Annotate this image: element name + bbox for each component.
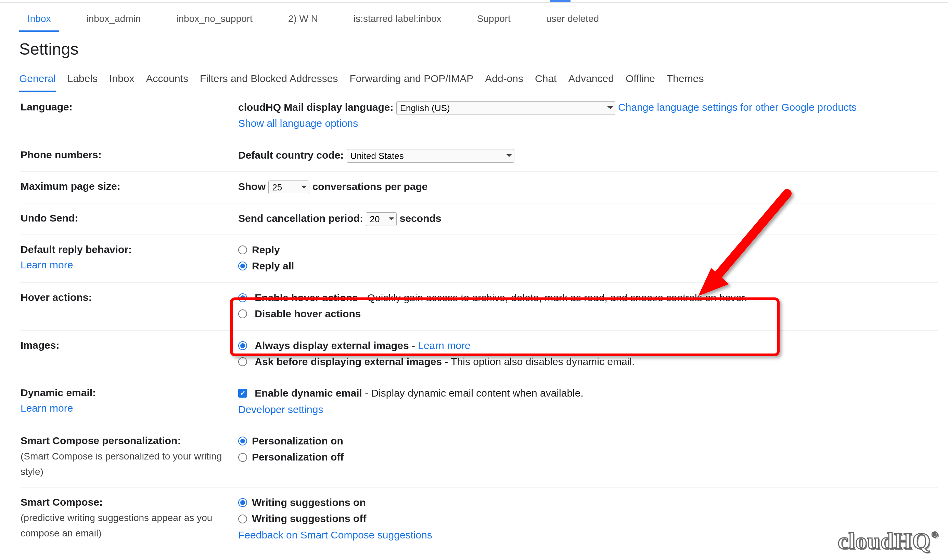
smart-compose-feedback-link[interactable]: Feedback on Smart Compose suggestions — [238, 529, 432, 540]
settings-tabs: General Labels Inbox Accounts Filters an… — [0, 69, 948, 92]
row-phone: Phone numbers: Default country code: Uni… — [20, 140, 938, 172]
tab-general[interactable]: General — [19, 69, 56, 92]
checkbox-enable-dynamic[interactable]: ✓ — [238, 389, 247, 398]
window-top-line — [0, 0, 948, 3]
label-undo-send: Undo Send: — [20, 210, 238, 226]
row-dynamic-email: Dynamic email: Learn more ✓ Enable dynam… — [20, 378, 938, 426]
page-size-post: conversations per page — [312, 181, 428, 192]
dynamic-desc: - Display dynamic email content when ava… — [362, 387, 584, 398]
tab-themes[interactable]: Themes — [667, 69, 704, 92]
row-smart-compose: Smart Compose: (predictive writing sugge… — [20, 488, 938, 551]
radio-disable-hover-label: Disable hover actions — [255, 308, 361, 319]
label-dynamic-email: Dynamic email: — [20, 387, 96, 398]
radio-reply-label: Reply — [252, 244, 280, 255]
radio-personalization-off-label: Personalization off — [252, 451, 344, 463]
page-size-pre: Show — [238, 181, 266, 192]
label-page-size: Maximum page size: — [20, 178, 238, 195]
language-prompt: cloudHQ Mail display language: — [238, 102, 393, 113]
inbox-tabs: Inbox inbox_admin inbox_no_support 2) W … — [0, 3, 948, 32]
radio-reply-all[interactable] — [238, 262, 247, 271]
inbox-tab-starred[interactable]: is:starred label:inbox — [345, 5, 450, 32]
row-smart-personalization: Smart Compose personalization: (Smart Co… — [20, 426, 938, 488]
inbox-tab-user-deleted[interactable]: user deleted — [538, 5, 607, 32]
label-language: Language: — [20, 99, 238, 132]
row-hover-actions: Hover actions: Enable hover actions - Qu… — [20, 283, 938, 331]
inbox-tab-inbox-admin[interactable]: inbox_admin — [79, 5, 149, 32]
label-smart-compose-sub: (predictive writing suggestions appear a… — [20, 512, 212, 538]
images-ask-desc: - This option also disables dynamic emai… — [442, 356, 635, 367]
radio-images-always[interactable] — [238, 341, 247, 350]
row-images: Images: Always display external images -… — [20, 331, 938, 378]
row-default-reply: Default reply behavior: Learn more Reply… — [20, 235, 938, 283]
tab-filters[interactable]: Filters and Blocked Addresses — [200, 69, 338, 92]
label-phone: Phone numbers: — [20, 147, 238, 163]
inbox-tab-inbox[interactable]: Inbox — [19, 5, 59, 32]
row-language: Language: cloudHQ Mail display language:… — [20, 92, 938, 140]
tab-offline[interactable]: Offline — [625, 69, 655, 92]
inbox-tab-support[interactable]: Support — [469, 5, 519, 32]
label-smart-personalization-sub: (Smart Compose is personalized to your w… — [20, 451, 222, 477]
label-hover-actions: Hover actions: — [20, 289, 238, 322]
enable-hover-desc: - Quickly gain access to archive, delete… — [358, 292, 747, 303]
label-smart-compose: Smart Compose: — [20, 496, 103, 508]
radio-images-ask-label: Ask before displaying external images — [255, 356, 442, 367]
inbox-tab-inbox-no-support[interactable]: inbox_no_support — [168, 5, 261, 32]
radio-images-ask[interactable] — [238, 357, 247, 366]
label-smart-personalization: Smart Compose personalization: — [20, 435, 181, 446]
undo-prompt: Send cancellation period: — [238, 213, 363, 224]
label-default-reply: Default reply behavior: — [20, 244, 132, 255]
radio-personalization-on[interactable] — [238, 437, 247, 445]
undo-post: seconds — [400, 213, 442, 224]
inbox-tab-2wn[interactable]: 2) W N — [280, 5, 326, 32]
tab-forwarding[interactable]: Forwarding and POP/IMAP — [349, 69, 473, 92]
dynamic-learn-more-link[interactable]: Learn more — [20, 402, 73, 414]
radio-suggestions-on-label: Writing suggestions on — [252, 497, 366, 508]
radio-suggestions-off-label: Writing suggestions off — [252, 513, 366, 524]
radio-suggestions-off[interactable] — [238, 515, 247, 523]
tab-accounts[interactable]: Accounts — [146, 69, 188, 92]
radio-enable-hover[interactable] — [238, 293, 247, 302]
phone-country-select[interactable]: United States — [347, 149, 514, 163]
images-learn-more-link[interactable]: Learn more — [418, 340, 470, 351]
top-accent — [550, 0, 571, 2]
radio-reply[interactable] — [238, 245, 247, 254]
radio-reply-all-label: Reply all — [252, 260, 294, 271]
row-page-size: Maximum page size: Show 25 conversations… — [20, 172, 938, 203]
radio-suggestions-on[interactable] — [238, 498, 247, 507]
tab-advanced[interactable]: Advanced — [568, 69, 614, 92]
reply-learn-more-link[interactable]: Learn more — [20, 259, 73, 271]
phone-prompt: Default country code: — [238, 149, 344, 161]
undo-period-select[interactable]: 20 — [366, 212, 397, 226]
tab-inbox[interactable]: Inbox — [109, 69, 134, 92]
tab-chat[interactable]: Chat — [535, 69, 556, 92]
label-images: Images: — [20, 337, 238, 370]
page-size-select[interactable]: 25 — [268, 180, 309, 194]
radio-images-always-label: Always display external images — [255, 340, 409, 351]
language-select[interactable]: English (US) — [396, 101, 615, 115]
tab-addons[interactable]: Add-ons — [485, 69, 523, 92]
checkbox-enable-dynamic-label: Enable dynamic email — [255, 387, 362, 398]
radio-personalization-off[interactable] — [238, 453, 247, 462]
row-undo-send: Undo Send: Send cancellation period: 20 … — [20, 203, 938, 235]
language-other-link[interactable]: Change language settings for other Googl… — [618, 102, 857, 113]
developer-settings-link[interactable]: Developer settings — [238, 404, 323, 415]
page-title: Settings — [0, 32, 948, 69]
watermark-logo: cloudHQ® — [838, 528, 938, 555]
language-show-all-link[interactable]: Show all language options — [238, 118, 358, 129]
tab-labels[interactable]: Labels — [68, 69, 97, 92]
radio-disable-hover[interactable] — [238, 309, 247, 318]
radio-personalization-on-label: Personalization on — [252, 435, 343, 446]
radio-enable-hover-label: Enable hover actions — [255, 292, 358, 303]
